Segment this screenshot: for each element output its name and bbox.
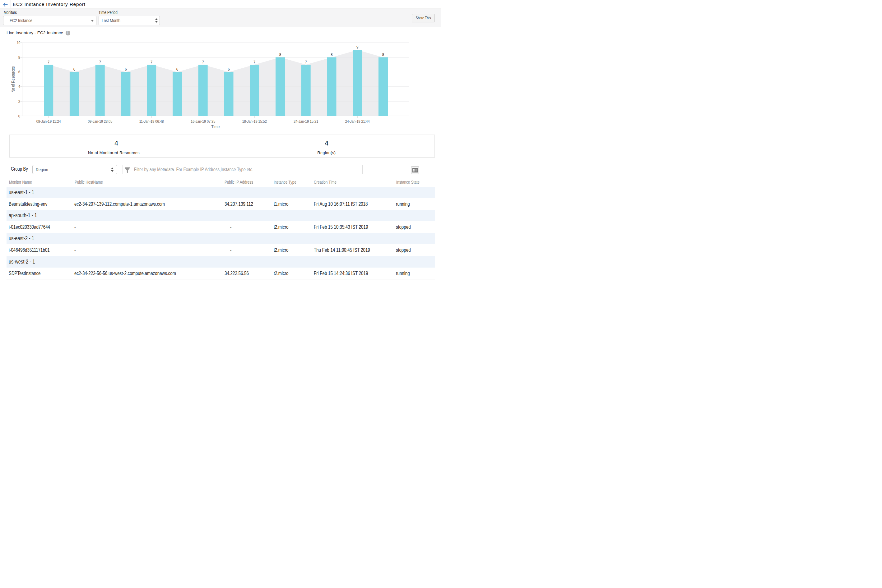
svg-text:No of Resources: No of Resources <box>11 66 15 92</box>
svg-text:6: 6 <box>176 67 178 72</box>
svg-text:9: 9 <box>356 45 358 50</box>
svg-text:09-Jan-19 23:05: 09-Jan-19 23:05 <box>88 119 112 124</box>
svg-text:6: 6 <box>74 67 75 72</box>
svg-text:Time: Time <box>211 124 219 129</box>
svg-text:6: 6 <box>18 70 20 74</box>
svg-text:24-Jan-19 15:21: 24-Jan-19 15:21 <box>294 119 318 124</box>
svg-text:18-Jan-19 15:52: 18-Jan-19 15:52 <box>242 119 267 124</box>
svg-text:6: 6 <box>228 67 230 72</box>
svg-text:8: 8 <box>18 55 20 60</box>
svg-text:7: 7 <box>202 60 204 64</box>
svg-text:6: 6 <box>125 67 126 72</box>
svg-text:7: 7 <box>254 60 255 64</box>
svg-text:0: 0 <box>18 114 20 118</box>
svg-text:11-Jan-19 06:48: 11-Jan-19 06:48 <box>139 119 164 124</box>
svg-text:8: 8 <box>382 52 384 57</box>
svg-text:24-Jan-19 21:44: 24-Jan-19 21:44 <box>345 119 370 124</box>
svg-text:7: 7 <box>99 60 101 64</box>
svg-text:08-Jan-19 11:24: 08-Jan-19 11:24 <box>36 119 61 124</box>
svg-text:16-Jan-19 07:35: 16-Jan-19 07:35 <box>191 119 215 124</box>
svg-text:7: 7 <box>150 60 152 64</box>
svg-text:7: 7 <box>48 60 50 64</box>
svg-text:8: 8 <box>331 52 332 57</box>
svg-text:10: 10 <box>17 40 20 45</box>
svg-text:8: 8 <box>279 52 281 57</box>
svg-text:2: 2 <box>18 99 20 104</box>
svg-text:4: 4 <box>18 84 20 89</box>
svg-text:7: 7 <box>305 60 307 64</box>
